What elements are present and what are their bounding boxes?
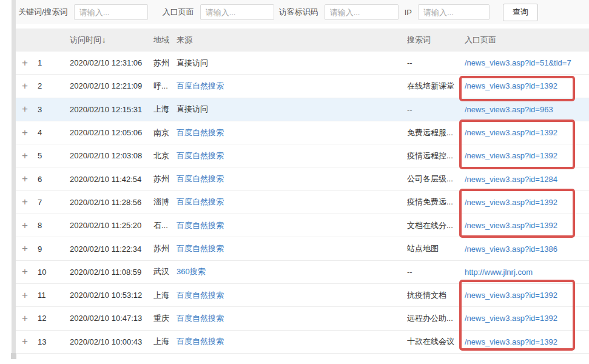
region: 苏州 (153, 58, 177, 69)
col-header-entry-page: 入口页面 (465, 35, 589, 46)
source-text: 直接访问 (177, 104, 407, 115)
search-keyword: -- (407, 268, 465, 277)
row-number: 2 (38, 81, 56, 90)
source-link[interactable]: 百度自然搜索 (177, 81, 407, 92)
entry-page-link[interactable]: /news_view3.asp?id=1392 (465, 128, 589, 137)
entry-page-link[interactable]: /news_view3.asp?id=1392 (465, 291, 589, 300)
source-link[interactable]: 百度自然搜索 (177, 243, 407, 254)
source-link[interactable]: 百度自然搜索 (177, 290, 407, 301)
region: 苏州 (153, 174, 177, 184)
source-link[interactable]: 百度自然搜索 (177, 336, 407, 347)
region: 苏州 (153, 243, 177, 254)
table-row: + 10 2020/02/10 11:08:59 武汉 360搜索 -- htt… (16, 261, 589, 284)
expand-row-icon[interactable]: + (22, 221, 30, 230)
entry-page-link[interactable]: http://www.jlnrj.com (465, 268, 589, 277)
expand-row-icon[interactable]: + (22, 244, 30, 253)
expand-row-icon[interactable]: + (22, 314, 30, 323)
search-keyword: -- (407, 58, 465, 67)
visit-time: 2020/02/10 11:42:54 (70, 175, 153, 184)
row-number: 7 (38, 198, 56, 207)
visit-time: 2020/02/10 12:15:31 (70, 105, 153, 114)
row-number: 11 (38, 291, 56, 300)
entry-page-link[interactable]: /news_view3.asp?id=1392 (465, 198, 589, 207)
row-number: 1 (38, 58, 56, 67)
col-header-visit-time[interactable]: 访问时间↓ (70, 35, 153, 46)
region: 上海 (153, 336, 177, 347)
visit-time: 2020/02/10 12:31:06 (70, 58, 153, 67)
row-number: 13 (38, 337, 56, 346)
table-header: 访问时间↓ 地域 来源 搜索词 入口页面 (16, 29, 589, 52)
search-keyword: 在线培新课堂 (407, 81, 465, 92)
vertical-scrollbar[interactable] (12, 0, 16, 359)
search-keyword: 疫情免费远... (407, 197, 465, 207)
ip-filter-input[interactable] (418, 4, 490, 20)
visit-time: 2020/02/10 12:03:08 (70, 151, 153, 160)
entry-page-link[interactable]: /news_view3.asp?id=1386 (465, 244, 589, 254)
source-link[interactable]: 百度自然搜索 (177, 220, 407, 231)
query-button[interactable]: 查询 (503, 4, 538, 21)
table-row: + 11 2020/02/10 10:53:12 上海 百度自然搜索 抗疫情文档… (16, 284, 589, 307)
expand-row-icon[interactable]: + (22, 82, 30, 90)
visit-time: 2020/02/10 11:28:56 (70, 198, 153, 207)
expand-row-icon[interactable]: + (22, 152, 30, 160)
table-row: + 6 2020/02/10 11:42:54 苏州 百度自然搜索 公司各层级.… (16, 167, 589, 190)
visit-time: 2020/02/10 12:21:09 (70, 81, 153, 90)
keyword-filter-input[interactable] (74, 4, 148, 20)
source-link[interactable]: 百度自然搜索 (177, 174, 407, 184)
source-text: 直接访问 (177, 58, 407, 69)
visitor-table: + 1 2020/02/10 12:31:06 苏州 直接访问 -- /news… (16, 52, 589, 354)
source-link[interactable]: 百度自然搜索 (177, 313, 407, 324)
expand-row-icon[interactable]: + (22, 337, 30, 346)
search-keyword: 站点地图 (407, 243, 465, 254)
row-number: 6 (38, 175, 56, 184)
expand-row-icon[interactable]: + (22, 129, 30, 137)
search-keyword: 免费远程服... (407, 127, 465, 138)
region: 呼... (153, 81, 177, 92)
entry-page-link[interactable]: /news_view3.asp?id=1392 (465, 81, 589, 90)
table-row: + 8 2020/02/10 11:25:20 石... 百度自然搜索 文档在线… (16, 214, 589, 237)
table-row: + 7 2020/02/10 11:28:56 淄博 百度自然搜索 疫情免费远.… (16, 191, 589, 214)
visitor-id-filter-input[interactable] (325, 4, 399, 20)
region: 石... (153, 220, 177, 231)
source-link[interactable]: 360搜索 (177, 266, 407, 277)
source-link[interactable]: 百度自然搜索 (177, 127, 407, 138)
expand-row-icon[interactable]: + (22, 291, 30, 300)
entry-page-link[interactable]: /news_view3.asp?id=51&tid=7 (465, 58, 589, 67)
expand-row-icon[interactable]: + (22, 268, 30, 276)
table-row: + 13 2020/02/10 10:00:43 上海 百度自然搜索 十款在线会… (16, 331, 589, 354)
expand-row-icon[interactable]: + (22, 175, 30, 183)
region: 上海 (153, 104, 177, 115)
expand-row-icon[interactable]: + (22, 105, 30, 113)
row-number: 8 (38, 221, 56, 230)
source-link[interactable]: 百度自然搜索 (177, 150, 407, 161)
sort-desc-icon[interactable]: ↓ (102, 35, 106, 44)
table-row: + 12 2020/02/10 10:47:13 重庆 百度自然搜索 远程办公助… (16, 307, 589, 330)
visit-time: 2020/02/10 10:53:12 (70, 291, 153, 300)
table-row: + 2 2020/02/10 12:21:09 呼... 百度自然搜索 在线培新… (16, 75, 589, 98)
entry-page-filter-input[interactable] (200, 4, 274, 20)
search-keyword: 十款在线会议 (407, 336, 465, 347)
region: 重庆 (153, 313, 177, 324)
row-number: 10 (38, 268, 56, 277)
col-header-source: 来源 (177, 35, 407, 46)
ip-filter-label: IP (405, 8, 412, 17)
search-keyword: 抗疫情文档 (407, 290, 465, 301)
region: 南京 (153, 127, 177, 138)
expand-row-icon[interactable]: + (22, 59, 30, 67)
scrollbar-thumb[interactable] (11, 353, 16, 359)
expand-row-icon[interactable]: + (22, 198, 30, 206)
keyword-filter-label: 关键词/搜索词 (18, 7, 68, 18)
table-row: + 3 2020/02/10 12:15:31 上海 直接访问 -- /news… (16, 98, 589, 121)
entry-page-link[interactable]: /news_view3.asp?id=1392 (465, 151, 589, 160)
search-keyword: 疫情远程控... (407, 150, 465, 161)
search-keyword: -- (407, 105, 465, 114)
table-row: + 5 2020/02/10 12:03:08 北京 百度自然搜索 疫情远程控.… (16, 144, 589, 167)
entry-page-link[interactable]: /news_view3.asp?id=1392 (465, 221, 589, 230)
entry-page-link[interactable]: /news_view3.asp?id=1392 (465, 314, 589, 323)
table-row: + 9 2020/02/10 11:22:34 苏州 百度自然搜索 站点地图 /… (16, 237, 589, 260)
region: 武汉 (153, 266, 177, 277)
entry-page-link[interactable]: /news_view3.asp?id=1392 (465, 337, 589, 346)
entry-page-link[interactable]: /news_view3.asp?id=963 (465, 105, 589, 114)
source-link[interactable]: 百度自然搜索 (177, 197, 407, 207)
entry-page-link[interactable]: /news_view3.asp?id=1284 (465, 175, 589, 184)
